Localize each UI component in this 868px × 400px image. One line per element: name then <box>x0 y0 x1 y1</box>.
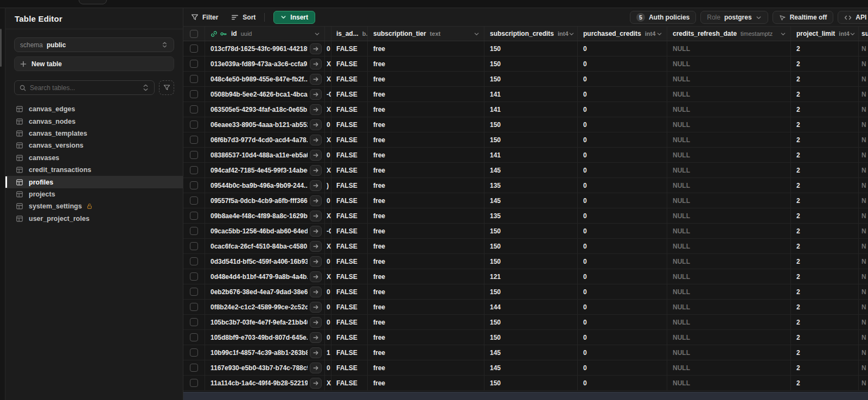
chevron-down-icon[interactable] <box>850 31 856 37</box>
cell-subscription-credits[interactable]: 145 <box>484 193 578 208</box>
cell-credits-refresh-date[interactable]: NULL <box>667 330 791 345</box>
cell-credits-refresh-date[interactable]: NULL <box>667 163 791 177</box>
cell-purchased-credits[interactable]: 0 <box>578 163 667 177</box>
search-input[interactable]: Search tables... <box>14 80 155 95</box>
cell-subscription-credits[interactable]: 150 <box>484 254 578 269</box>
cell-subscription-credits[interactable]: 150 <box>484 72 578 86</box>
row-checkbox[interactable] <box>190 318 198 326</box>
cell-subscription-tier[interactable]: free <box>368 330 484 345</box>
cell-is-admin[interactable]: FALSE <box>331 330 368 345</box>
cell-id[interactable]: 0d48e4d4-b1bf-4479-9a8b-4a4b... <box>205 269 325 284</box>
cell-purchased-credits[interactable]: 0 <box>578 102 667 117</box>
cell-is-admin[interactable]: FALSE <box>331 41 368 56</box>
chevron-down-icon[interactable] <box>656 31 662 37</box>
cell-purchased-credits[interactable]: 0 <box>578 41 667 56</box>
cell-id[interactable]: 105d8bf9-e703-49bd-807d-645e... <box>205 330 325 345</box>
cell-is-admin[interactable]: FALSE <box>331 56 368 71</box>
cell-subscription-credits[interactable]: 150 <box>484 41 578 56</box>
cell-credits-refresh-date[interactable]: NULL <box>667 102 791 117</box>
column-header-id[interactable]: id uuid <box>205 27 325 41</box>
cell-truncated[interactable]: X <box>325 102 331 117</box>
auth-policies-button[interactable]: 5 Auth policies <box>630 11 696 24</box>
role-select[interactable]: Role postgres <box>700 11 768 24</box>
cell-credits-refresh-date[interactable]: NULL <box>667 72 791 86</box>
expand-row-button[interactable] <box>310 74 322 85</box>
cell-credits-refresh-date[interactable]: NULL <box>667 360 791 375</box>
cell-id[interactable]: 094caf42-7185-4e45-99f3-14abee... <box>205 163 325 177</box>
expand-row-button[interactable] <box>310 195 322 206</box>
new-table-button[interactable]: New table <box>14 56 174 71</box>
cell-is-admin[interactable]: FALSE <box>331 72 368 86</box>
cell-id[interactable]: 08386537-10d4-488a-a11e-eb5a6... <box>205 148 325 162</box>
cell-is-admin[interactable]: FALSE <box>331 269 368 284</box>
row-checkbox[interactable] <box>190 257 198 265</box>
cell-credits-refresh-date[interactable]: NULL <box>667 41 791 56</box>
cell-subscription-credits[interactable]: 150 <box>484 56 578 71</box>
cell-is-admin[interactable]: FALSE <box>331 102 368 117</box>
cell-project-limit[interactable]: 2 <box>791 360 859 375</box>
column-header-subscription-credits[interactable]: subscription_credits int4 <box>484 27 578 41</box>
expand-row-button[interactable] <box>310 226 322 237</box>
row-checkbox[interactable] <box>190 379 198 387</box>
cell-id[interactable]: 0508b94b-5ee2-4626-bca1-4bca... <box>205 87 325 101</box>
cell-credits-refresh-date[interactable]: NULL <box>667 132 791 147</box>
cell-subscription-tier[interactable]: free <box>368 193 484 208</box>
sort-button[interactable]: Sort <box>231 14 256 21</box>
cell-project-limit[interactable]: 2 <box>791 163 859 177</box>
expand-row-button[interactable] <box>310 363 322 373</box>
cell-is-admin[interactable]: FALSE <box>331 345 368 360</box>
expand-row-button[interactable] <box>310 317 322 328</box>
cell-subscription-tier[interactable]: free <box>368 132 484 147</box>
cell-overflow[interactable]: N <box>859 224 868 238</box>
cell-truncated[interactable]: X <box>325 239 331 253</box>
cell-id[interactable]: 048c4e50-b989-455e-847e-fb2f... <box>205 72 325 86</box>
cell-is-admin[interactable]: FALSE <box>331 360 368 375</box>
cell-id[interactable]: 105bc3b7-03fe-4e7f-9efa-21bb40... <box>205 315 325 329</box>
cell-overflow[interactable]: N <box>859 254 868 269</box>
schema-select[interactable]: schema public <box>14 37 174 52</box>
cell-truncated[interactable]: 0 <box>325 117 331 132</box>
expand-row-button[interactable] <box>310 180 322 191</box>
row-checkbox[interactable] <box>190 196 198 205</box>
cell-subscription-credits[interactable]: 145 <box>484 345 578 360</box>
cell-purchased-credits[interactable]: 0 <box>578 132 667 147</box>
cell-subscription-tier[interactable]: free <box>368 345 484 360</box>
row-checkbox[interactable] <box>190 166 198 174</box>
cell-project-limit[interactable]: 2 <box>791 330 859 345</box>
cell-purchased-credits[interactable]: 0 <box>578 284 667 299</box>
cell-purchased-credits[interactable]: 0 <box>578 376 667 390</box>
column-header-project-limit[interactable]: project_limit int4 <box>791 27 859 41</box>
cell-subscription-tier[interactable]: free <box>368 284 484 299</box>
cell-truncated[interactable]: X <box>325 72 331 86</box>
cell-subscription-credits[interactable]: 150 <box>484 117 578 132</box>
cell-subscription-tier[interactable]: free <box>368 117 484 132</box>
cell-project-limit[interactable]: 2 <box>791 102 859 117</box>
row-checkbox[interactable] <box>190 364 198 372</box>
cell-truncated[interactable]: 0 <box>325 193 331 208</box>
cell-id[interactable]: 013e039a-fd89-473a-a3c6-ccfa9... <box>205 56 325 71</box>
cell-project-limit[interactable]: 2 <box>791 300 859 314</box>
cell-subscription-credits[interactable]: 150 <box>484 315 578 329</box>
row-checkbox[interactable] <box>190 242 198 250</box>
cell-project-limit[interactable]: 2 <box>791 376 859 390</box>
cell-is-admin[interactable]: FALSE <box>331 193 368 208</box>
cell-id[interactable]: 09b8ae4e-f48c-4f89-8a8c-1629b... <box>205 208 325 223</box>
cell-overflow[interactable]: N <box>859 178 868 193</box>
cell-is-admin[interactable]: FALSE <box>331 254 368 269</box>
row-checkbox[interactable] <box>190 151 198 159</box>
cell-id[interactable]: 09557f5a-0dcb-4cb9-a6fb-fff366... <box>205 193 325 208</box>
cell-subscription-credits[interactable]: 145 <box>484 163 578 177</box>
cell-overflow[interactable]: N <box>859 239 868 253</box>
cell-credits-refresh-date[interactable]: NULL <box>667 87 791 101</box>
expand-row-button[interactable] <box>310 135 322 145</box>
chevron-down-icon[interactable] <box>474 31 480 37</box>
cell-is-admin[interactable]: FALSE <box>331 148 368 162</box>
cell-project-limit[interactable]: 2 <box>791 315 859 329</box>
column-header-purchased-credits[interactable]: purchased_credits int4 <box>578 27 667 41</box>
expand-row-button[interactable] <box>310 43 322 54</box>
expand-row-button[interactable] <box>310 211 322 221</box>
column-header-credits-refresh-date[interactable]: credits_refresh_date timestamptz <box>667 27 791 41</box>
expand-row-button[interactable] <box>310 287 322 297</box>
cell-credits-refresh-date[interactable]: NULL <box>667 254 791 269</box>
cell-subscription-tier[interactable]: free <box>368 239 484 253</box>
